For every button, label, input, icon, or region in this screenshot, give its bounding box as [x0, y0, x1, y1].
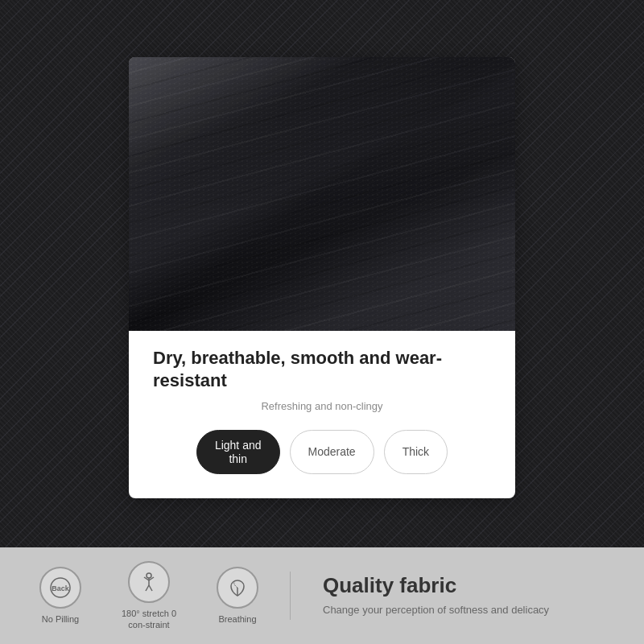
feature-breathing: Breathing	[201, 567, 274, 625]
btn-thick[interactable]: Thick	[384, 430, 448, 475]
svg-line-9	[149, 585, 152, 591]
no-pilling-label: No Pilling	[42, 613, 79, 625]
quality-text-block: Quality fabric Change your perception of…	[323, 573, 620, 617]
feature-icons: Back No Pilling	[24, 561, 274, 631]
product-card: Dry, breathable, smooth and wear-resista…	[129, 57, 515, 499]
svg-rect-1	[129, 57, 515, 331]
fabric-image	[129, 57, 515, 331]
svg-text:Back: Back	[52, 584, 70, 592]
fabric-sheen	[129, 57, 515, 331]
breathing-icon	[217, 567, 258, 609]
btn-moderate[interactable]: Moderate	[290, 430, 374, 475]
feature-no-pilling: Back No Pilling	[24, 567, 97, 625]
fabric-texture	[129, 57, 515, 331]
quality-title: Quality fabric	[323, 573, 620, 598]
breathing-label: Breathing	[218, 613, 256, 625]
btn-light-thin[interactable]: Light and thin	[196, 430, 280, 475]
fabric-background: Dry, breathable, smooth and wear-resista…	[0, 0, 644, 547]
stretch-svg	[138, 571, 160, 593]
no-pilling-svg: Back	[49, 576, 72, 599]
main-wrapper: Dry, breathable, smooth and wear-resista…	[0, 0, 644, 644]
no-pilling-icon: Back	[39, 567, 81, 609]
feature-stretch: 180° stretch 0 con-straint	[113, 561, 185, 631]
quality-desc: Change your perception of softness and d…	[323, 603, 620, 617]
thickness-selector: Light and thin Moderate Thick	[153, 430, 491, 475]
fabric-grid-overlay	[129, 57, 515, 331]
svg-point-4	[147, 573, 151, 578]
stretch-label: 180° stretch 0 con-straint	[113, 608, 185, 631]
stretch-icon	[128, 561, 170, 603]
card-subtitle: Refreshing and non-clingy	[153, 399, 491, 414]
card-content: Dry, breathable, smooth and wear-resista…	[129, 331, 515, 475]
card-title: Dry, breathable, smooth and wear-resista…	[153, 347, 491, 393]
svg-line-8	[146, 585, 149, 591]
bottom-divider	[290, 572, 291, 620]
bottom-section: Back No Pilling	[0, 547, 644, 644]
breathing-svg	[226, 576, 249, 599]
